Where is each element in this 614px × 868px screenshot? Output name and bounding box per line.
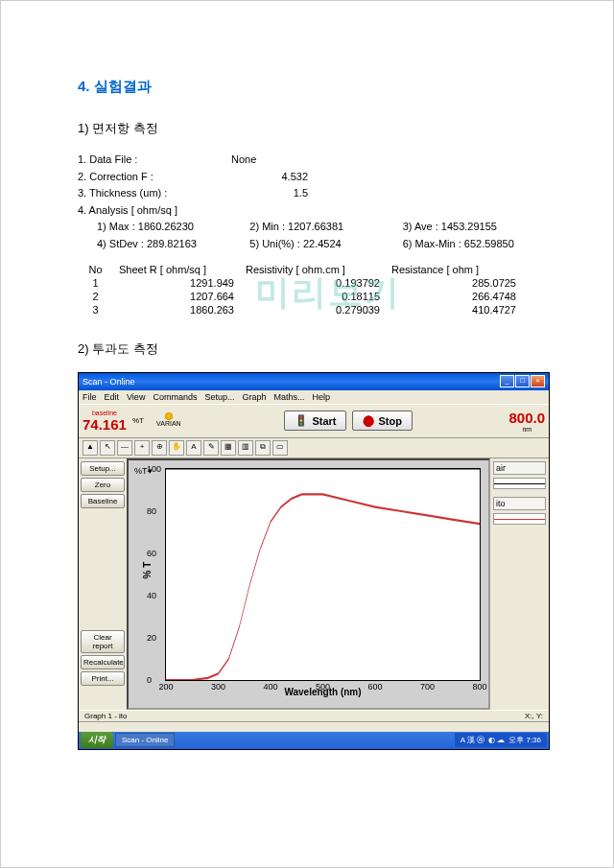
legend-ito-swatch [493, 513, 546, 525]
top-toolbar: baseline 74.161 %T VARIAN 🚦 Start ⬤ Stop… [79, 404, 549, 438]
zero-button[interactable]: Zero [81, 478, 125, 492]
x-tick: 800 [472, 682, 486, 692]
app-window: Scan - Online _ □ × File Edit View Comma… [78, 372, 550, 750]
taskbar-item[interactable]: Scan - Online [115, 733, 175, 747]
th-resistivity: Resistivity [ ohm.cm ] [240, 263, 386, 276]
analysis-label: 4. Analysis [ ohm/sq ] [78, 202, 546, 220]
wavelength-value: 800.0 [508, 410, 545, 426]
menu-edit[interactable]: Edit [105, 392, 120, 402]
wavelength-unit: nm [522, 426, 531, 433]
pointer-icon[interactable]: ▲ [83, 440, 98, 456]
y-tick: 0 [147, 675, 152, 685]
menu-setup[interactable]: Setup... [204, 392, 234, 402]
x-tick: 200 [158, 682, 173, 692]
cell: 1207.664 [113, 290, 240, 303]
hand-icon[interactable]: ✋ [169, 440, 184, 456]
copy-icon[interactable]: ⧉ [255, 440, 271, 456]
main-area: Setup... Zero Baseline Clear report Reca… [79, 458, 549, 710]
ruler-icon[interactable]: — [117, 440, 132, 456]
cell: 266.4748 [386, 290, 522, 303]
analysis-ave: 3) Ave : 1453.29155 [403, 219, 546, 236]
chart-svg [166, 469, 480, 680]
setup-button[interactable]: Setup... [81, 461, 125, 476]
zoom-icon[interactable]: ⊕ [152, 440, 167, 456]
readout-value: 74.161 [83, 416, 127, 433]
grid-icon[interactable]: ▦ [221, 440, 236, 456]
graph-footer: Graph 1 - ito X:, Y: [79, 710, 549, 721]
taskbar: 시작 Scan - Online A 漢 ⓐ ◐ ☁ 오후 7:36 [79, 732, 549, 749]
chart-container: %T▾ % T Wavelength (nm) 100 80 60 40 20 … [127, 458, 490, 710]
x-tick: 700 [420, 682, 435, 692]
cell: 2 [78, 290, 113, 303]
edit-icon[interactable]: ✎ [203, 440, 219, 456]
cell: 3 [78, 303, 113, 317]
menu-bar: File Edit View Commands Setup... Graph M… [79, 390, 549, 404]
close-button[interactable]: × [531, 375, 545, 387]
view-icon[interactable]: ▭ [272, 440, 288, 456]
menu-commands[interactable]: Commands [153, 392, 197, 402]
window-title: Scan - Online [83, 377, 135, 387]
thickness-value: 1.5 [231, 185, 308, 202]
y-tick: 100 [147, 464, 161, 474]
clear-report-button[interactable]: Clear report [81, 630, 125, 653]
x-tick: 400 [263, 682, 277, 692]
analysis-min: 2) Min : 1207.66381 [249, 219, 392, 236]
chart-plot[interactable]: % T Wavelength (nm) 100 80 60 40 20 0 20… [165, 468, 481, 681]
legend-ito[interactable]: ito [493, 497, 546, 510]
recalculate-button[interactable]: Recalculate [81, 655, 125, 669]
readout-left: baseline 74.161 [83, 410, 127, 433]
measurement-table: No Sheet R [ ohm/sq ] Resistivity [ ohm.… [78, 263, 522, 317]
y-tick: 40 [147, 591, 156, 600]
y-tick: 60 [147, 549, 156, 558]
x-tick: 300 [211, 682, 225, 692]
arrow-icon[interactable]: ↖ [100, 440, 115, 456]
th-no: No [78, 263, 113, 276]
analysis-maxmin: 6) Max-Min : 652.59850 [403, 236, 546, 253]
menu-view[interactable]: View [127, 392, 145, 402]
minimize-button[interactable]: _ [500, 375, 514, 387]
start-button[interactable]: 🚦 Start [284, 411, 346, 431]
stop-icon: ⬤ [363, 414, 374, 427]
stop-button[interactable]: ⬤ Stop [352, 411, 412, 431]
correction-label: 2. Correction F : [78, 169, 231, 186]
left-sidebar: Setup... Zero Baseline Clear report Reca… [79, 458, 127, 710]
cell: 0.279039 [240, 303, 386, 317]
cell: 0.193792 [240, 276, 386, 290]
cell: 285.0725 [386, 276, 522, 290]
ito-line [166, 494, 480, 680]
x-tick: 600 [367, 682, 382, 692]
maximize-button[interactable]: □ [515, 375, 530, 387]
cell: 1860.263 [113, 303, 240, 317]
start-menu-button[interactable]: 시작 [81, 732, 113, 748]
legend-air[interactable]: air [493, 461, 546, 475]
legend-air-swatch [493, 478, 546, 489]
cell: 410.4727 [386, 303, 522, 317]
menu-help[interactable]: Help [312, 392, 330, 402]
start-label: Start [312, 415, 336, 427]
readout-unit: %T [132, 416, 144, 425]
cell: 0.18115 [240, 290, 386, 303]
status-bar [79, 721, 549, 732]
correction-value: 4.532 [231, 169, 308, 186]
menu-maths[interactable]: Maths... [273, 392, 304, 402]
data-file-label: 1. Data File : [78, 152, 231, 169]
thickness-label: 3. Thickness (um) : [78, 185, 231, 202]
readout-right: 800.0 nm [508, 410, 545, 433]
menu-file[interactable]: File [83, 392, 97, 402]
analysis-max: 1) Max : 1860.26230 [97, 219, 240, 236]
system-tray[interactable]: A 漢 ⓐ ◐ ☁ 오후 7:36 [455, 733, 547, 747]
section-2-heading: 2) 투과도 측정 [78, 340, 546, 358]
graph-footer-right: X:, Y: [525, 712, 543, 720]
text-icon[interactable]: A [186, 440, 201, 456]
chart-icon[interactable]: ▥ [238, 440, 253, 456]
menu-graph[interactable]: Graph [242, 392, 266, 402]
tray-icons: ◐ ☁ [488, 736, 505, 744]
y-tick: 20 [147, 633, 156, 643]
cross-icon[interactable]: + [134, 440, 150, 456]
logo-text: VARIAN [156, 420, 181, 427]
section-1-heading: 1) 면저항 측정 [78, 120, 546, 137]
tray-lang: A 漢 ⓐ [460, 735, 484, 745]
print-button[interactable]: Print... [81, 671, 125, 686]
traffic-light-icon: 🚦 [295, 414, 308, 427]
baseline-button[interactable]: Baseline [81, 494, 125, 508]
